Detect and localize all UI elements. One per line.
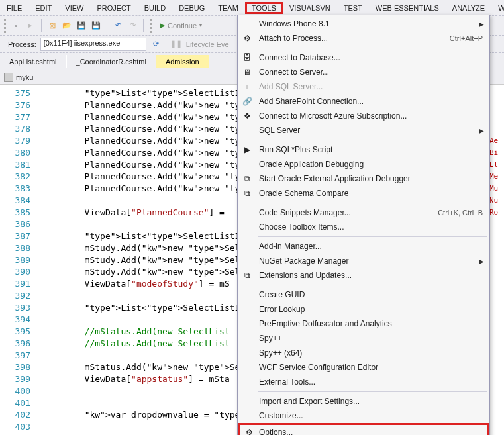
submenu-arrow-icon: ▶: [479, 21, 484, 28]
menu-item[interactable]: Import and Export Settings...: [238, 394, 489, 409]
refresh-icon[interactable]: ⟳: [150, 38, 162, 50]
save-icon[interactable]: 💾: [76, 20, 87, 32]
menu-item-label: Options...: [259, 428, 293, 435]
menu-file[interactable]: FILE: [0, 2, 28, 14]
menu-item-label: Add SharePoint Connection...: [259, 97, 364, 106]
menu-separator: [258, 140, 487, 140]
menu-item-label: Add-in Manager...: [259, 242, 322, 251]
menu-debug[interactable]: DEBUG: [172, 2, 211, 14]
menu-item[interactable]: Windows Phone 8.1▶: [238, 17, 489, 31]
menu-item[interactable]: Spy++ (x64): [238, 346, 489, 360]
menu-item-icon: ❖: [242, 111, 252, 121]
drag-handle-icon: [150, 19, 152, 33]
save-all-icon[interactable]: 💾: [90, 20, 102, 32]
menu-item[interactable]: 🔗Add SharePoint Connection...: [238, 94, 489, 109]
separator: [107, 19, 107, 32]
menu-item[interactable]: SQL Server▶: [238, 123, 489, 138]
undo-icon[interactable]: ↶: [112, 20, 124, 32]
menu-item-label: External Tools...: [259, 377, 315, 387]
new-project-icon[interactable]: ▧: [46, 20, 58, 32]
play-icon: ▶: [160, 21, 165, 30]
menu-item-label: Attach to Process...: [259, 34, 328, 43]
nav-back-icon[interactable]: ◦: [10, 20, 22, 32]
menu-separator: [258, 391, 487, 392]
menu-item-label: Choose Toolbox Items...: [259, 222, 344, 232]
menu-separator: [258, 48, 487, 48]
process-select[interactable]: [0x11F4] iisexpress.exe: [40, 38, 146, 51]
menu-separator: [258, 285, 487, 285]
menu-item-label: Connect to Database...: [259, 53, 340, 62]
menu-item[interactable]: Error Lookup: [238, 302, 489, 316]
drag-handle-icon: [4, 19, 6, 33]
submenu-arrow-icon: ▶: [479, 127, 484, 134]
nav-fwd-icon[interactable]: ▸: [25, 20, 36, 32]
menu-item-label: Extensions and Updates...: [259, 271, 352, 280]
menu-item[interactable]: ❖Connect to Microsoft Azure Subscription…: [238, 109, 489, 123]
menu-item-icon: 🔗: [242, 96, 252, 107]
menu-item[interactable]: Add-in Manager...: [238, 239, 489, 254]
menu-item[interactable]: Oracle Application Debugging: [238, 157, 489, 171]
menu-item-icon: 🖥: [242, 67, 252, 77]
menu-item-icon: ⚙: [242, 33, 252, 44]
menu-item[interactable]: ⧉Start Oracle External Application Debug…: [238, 171, 489, 186]
menu-item-label: Spy++ (x64): [259, 348, 302, 358]
tab[interactable]: AppList.cshtml: [0, 55, 67, 68]
menu-analyze[interactable]: ANALYZE: [446, 2, 491, 14]
menu-item[interactable]: PreEmptive Dotfuscator and Analytics: [238, 316, 489, 331]
tab[interactable]: _CoordinatorR.cshtml: [67, 55, 156, 68]
menu-item[interactable]: ⧉Oracle Schema Compare: [238, 186, 489, 201]
menu-project[interactable]: PROJECT: [90, 2, 137, 14]
shortcut: Ctrl+Alt+P: [450, 34, 483, 42]
menu-item-icon: ⧉: [242, 188, 252, 199]
doc-path[interactable]: myku: [16, 73, 33, 81]
menu-separator: [258, 203, 487, 203]
menu-item[interactable]: NuGet Package Manager▶: [238, 254, 489, 268]
menu-item[interactable]: WCF Service Configuration Editor: [238, 360, 489, 375]
menu-item-label: Oracle Application Debugging: [259, 160, 364, 169]
menu-item: ＋Add SQL Server...: [238, 79, 489, 94]
tools-menu: Windows Phone 8.1▶⚙Attach to Process...C…: [237, 15, 490, 435]
menu-item-label: Add SQL Server...: [259, 82, 323, 91]
menu-team[interactable]: TEAM: [211, 2, 245, 14]
menu-item[interactable]: Spy++: [238, 331, 489, 346]
menu-visualsvn[interactable]: VISUALSVN: [283, 2, 337, 14]
menu-item-label: Error Lookup: [259, 305, 305, 314]
menu-item[interactable]: Choose Toolbox Items...: [238, 220, 489, 234]
menu-item[interactable]: Code Snippets Manager...Ctrl+K, Ctrl+B: [238, 205, 489, 220]
menu-item-icon: ⚙: [244, 427, 254, 435]
pause-icon[interactable]: ❚❚: [170, 40, 182, 48]
continue-button[interactable]: ▶ Continue ▾: [156, 20, 206, 31]
lifecycle-label[interactable]: Lifecycle Eve: [186, 40, 229, 48]
menu-view[interactable]: VIEW: [58, 2, 90, 14]
menu-item[interactable]: ⧉Extensions and Updates...: [238, 268, 489, 283]
menu-item[interactable]: 🗄Connect to Database...: [238, 50, 489, 65]
document-icon: [4, 73, 13, 82]
menu-item[interactable]: ▶Run SQL*Plus Script: [238, 142, 489, 157]
menu-item[interactable]: ⚙Options...: [238, 423, 489, 435]
menu-item[interactable]: External Tools...: [238, 375, 489, 389]
menu-item[interactable]: Create GUID: [238, 287, 489, 302]
menu-item-icon: ⧉: [242, 270, 252, 281]
menu-tools[interactable]: TOOLS: [245, 2, 283, 14]
menu-item[interactable]: 🖥Connect to Server...: [238, 65, 489, 79]
open-file-icon[interactable]: 📂: [61, 20, 73, 32]
menu-item-label: Start Oracle External Application Debugg…: [259, 174, 411, 183]
menu-item[interactable]: Customize...: [238, 409, 489, 423]
menu-item-label: Connect to Microsoft Azure Subscription.…: [259, 111, 407, 121]
tab[interactable]: Admission: [156, 55, 209, 68]
menu-item-label: Run SQL*Plus Script: [259, 145, 332, 154]
submenu-arrow-icon: ▶: [479, 258, 484, 265]
menu-item-label: Windows Phone 8.1: [259, 19, 330, 28]
menu-item-label: Customize...: [259, 411, 303, 420]
menu-test[interactable]: TEST: [337, 2, 369, 14]
redo-icon[interactable]: ↷: [126, 20, 138, 32]
menu-window[interactable]: WINDOW: [491, 2, 504, 14]
menu-build[interactable]: BUILD: [138, 2, 172, 14]
menu-web essentials[interactable]: WEB ESSENTIALS: [369, 2, 446, 14]
separator: [143, 19, 144, 32]
line-gutter: 375 376 377 378 379 380 381 382 383 384 …: [0, 85, 36, 435]
menu-edit[interactable]: EDIT: [28, 2, 58, 14]
chevron-down-icon: ▾: [199, 23, 202, 28]
menu-item-label: NuGet Package Manager: [259, 256, 348, 266]
menu-item[interactable]: ⚙Attach to Process...Ctrl+Alt+P: [238, 31, 489, 46]
